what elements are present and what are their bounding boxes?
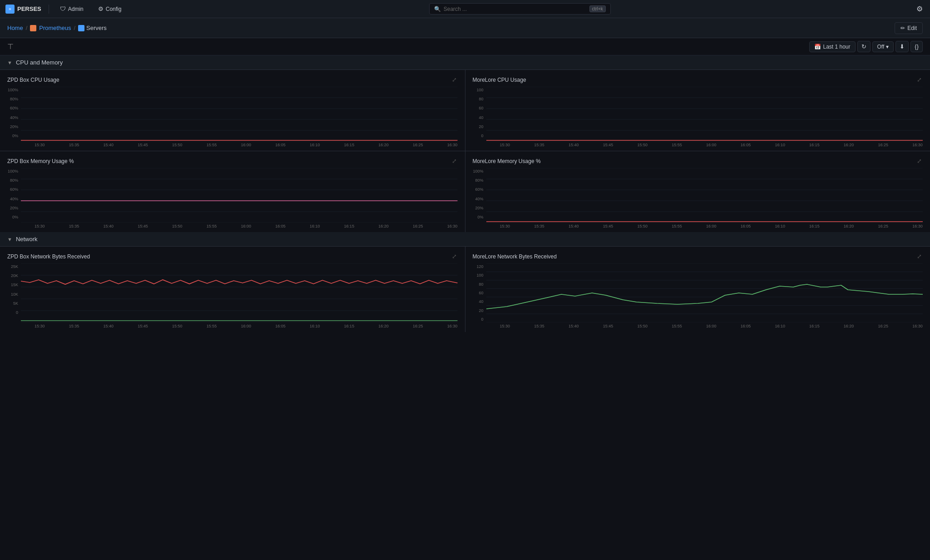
chevron-down-icon: ▼ <box>7 60 12 65</box>
admin-nav-item[interactable]: 🛡 Admin <box>56 4 87 14</box>
edit-button[interactable]: ✏ Edit <box>895 22 923 34</box>
zpd-cpu-expand-button[interactable]: ⤢ <box>451 75 458 84</box>
morelore-network-x-axis: 15:30 15:35 15:40 15:45 15:50 15:55 16:0… <box>486 322 923 328</box>
prometheus-breadcrumb[interactable]: Prometheus <box>39 25 71 31</box>
zpd-cpu-svg <box>21 87 458 141</box>
time-range-picker[interactable]: 📅 Last 1 hour <box>809 41 855 52</box>
morelore-cpu-title: MoreLore CPU Usage ⤢ <box>473 75 923 84</box>
edit-pencil-icon: ✏ <box>900 25 905 31</box>
config-nav-item[interactable]: ⚙ Config <box>94 4 125 14</box>
topnav-right: ⚙ <box>915 3 925 15</box>
json-button[interactable]: {} <box>910 41 923 52</box>
morelore-cpu-chart: 15:30 15:35 15:40 15:45 15:50 15:55 16:0… <box>486 87 923 147</box>
network-panels: ZPD Box Network Bytes Received ⤢ 25K 20K… <box>0 247 930 332</box>
search-shortcut: ctrl+k <box>589 5 606 12</box>
zpd-network-chart-container: 25K 20K 15K 10K 5K 0 <box>7 263 458 328</box>
chevron-down-icon: ▼ <box>7 237 12 242</box>
zpd-network-x-axis: 15:30 15:35 15:40 15:45 15:50 15:55 16:0… <box>21 322 458 328</box>
pin-icon[interactable]: ⊤ <box>7 42 14 51</box>
zpd-network-chart: 15:30 15:35 15:40 15:45 15:50 15:55 16:0… <box>21 263 458 328</box>
toolbar-left: ⊤ <box>7 42 14 51</box>
off-label: Off <box>877 44 885 50</box>
breadcrumb: Home / Prometheus / Servers <box>7 25 107 31</box>
main-content: ▼ CPU and Memory ZPD Box CPU Usage ⤢ 100… <box>0 55 930 332</box>
prometheus-icon <box>30 25 36 31</box>
morelore-memory-chart-area <box>486 168 923 223</box>
morelore-memory-expand-button[interactable]: ⤢ <box>916 157 923 165</box>
zpd-memory-expand-button[interactable]: ⤢ <box>451 157 458 165</box>
zpd-cpu-panel: ZPD Box CPU Usage ⤢ 100% 80% 60% 40% 20%… <box>0 70 465 151</box>
morelore-memory-chart: 15:30 15:35 15:40 15:45 15:50 15:55 16:0… <box>486 168 923 228</box>
cpu-memory-section-header[interactable]: ▼ CPU and Memory <box>0 55 930 70</box>
toolbar: ⊤ 📅 Last 1 hour ↻ Off ▾ ⬇ {} <box>0 38 930 55</box>
time-range-label: Last 1 hour <box>823 44 850 50</box>
zpd-memory-chart-area <box>21 168 458 223</box>
config-label: Config <box>106 6 122 12</box>
config-icon: ⚙ <box>98 5 104 12</box>
zpd-cpu-chart-container: 100% 80% 60% 40% 20% 0% <box>7 87 458 147</box>
zpd-network-title: ZPD Box Network Bytes Received ⤢ <box>7 252 458 261</box>
current-page-breadcrumb: Servers <box>78 25 107 31</box>
refresh-button[interactable]: ↻ <box>857 41 871 52</box>
admin-label: Admin <box>68 6 84 12</box>
settings-button[interactable]: ⚙ <box>915 3 925 15</box>
cpu-memory-section: ▼ CPU and Memory ZPD Box CPU Usage ⤢ 100… <box>0 55 930 232</box>
morelore-memory-panel: MoreLore Memory Usage % ⤢ 100% 80% 60% 4… <box>465 151 930 232</box>
zpd-memory-x-axis: 15:30 15:35 15:40 15:45 15:50 15:55 16:0… <box>21 223 458 228</box>
morelore-memory-x-axis: 15:30 15:35 15:40 15:45 15:50 15:55 16:0… <box>486 223 923 228</box>
search-icon: 🔍 <box>434 6 441 12</box>
breadcrumb-sep-1: / <box>26 25 28 31</box>
morelore-network-chart-area <box>486 263 923 322</box>
morelore-cpu-x-axis: 15:30 15:35 15:40 15:45 15:50 15:55 16:0… <box>486 141 923 147</box>
search-input[interactable] <box>444 6 587 12</box>
brand-icon: ≡ <box>5 5 15 14</box>
network-section-header[interactable]: ▼ Network <box>0 232 930 247</box>
zpd-memory-chart-container: 100% 80% 60% 40% 20% 0% <box>7 168 458 228</box>
cpu-memory-section-label: CPU and Memory <box>16 59 63 66</box>
zpd-cpu-chart-area <box>21 87 458 141</box>
breadcrumb-actions: ✏ Edit <box>895 22 923 34</box>
network-section-label: Network <box>16 236 38 243</box>
zpd-memory-y-axis: 100% 80% 60% 40% 20% 0% <box>7 168 21 220</box>
brand-name: PERSES <box>17 5 41 12</box>
morelore-memory-chart-container: 100% 80% 60% 40% 20% 0% <box>473 168 923 228</box>
servers-icon <box>78 25 84 31</box>
zpd-network-y-axis: 25K 20K 15K 10K 5K 0 <box>7 263 21 316</box>
morelore-cpu-chart-container: 100 80 60 40 20 0 <box>473 87 923 147</box>
morelore-network-title: MoreLore Network Bytes Received ⤢ <box>473 252 923 261</box>
breadcrumb-sep-2: / <box>74 25 75 31</box>
morelore-cpu-panel: MoreLore CPU Usage ⤢ 100 80 60 40 20 0 <box>465 70 930 151</box>
zpd-network-expand-button[interactable]: ⤢ <box>451 252 458 261</box>
network-section: ▼ Network ZPD Box Network Bytes Received… <box>0 232 930 332</box>
morelore-network-panel: MoreLore Network Bytes Received ⤢ 120 10… <box>465 247 930 332</box>
morelore-memory-y-axis: 100% 80% 60% 40% 20% 0% <box>473 168 486 220</box>
search-bar[interactable]: 🔍 ctrl+k <box>429 3 611 15</box>
morelore-cpu-chart-area <box>486 87 923 141</box>
breadcrumb-bar: Home / Prometheus / Servers ✏ Edit <box>0 18 930 38</box>
morelore-cpu-y-axis: 100 80 60 40 20 0 <box>473 87 486 139</box>
zpd-cpu-y-axis: 100% 80% 60% 40% 20% 0% <box>7 87 21 139</box>
download-button[interactable]: ⬇ <box>895 41 909 52</box>
zpd-cpu-x-axis: 15:30 15:35 15:40 15:45 15:50 15:55 16:0… <box>21 141 458 147</box>
cpu-memory-panels: ZPD Box CPU Usage ⤢ 100% 80% 60% 40% 20%… <box>0 70 930 232</box>
brand-logo[interactable]: ≡ PERSES <box>5 5 41 14</box>
shield-icon: 🛡 <box>60 5 66 12</box>
chevron-down-icon: ▾ <box>886 44 889 50</box>
top-navigation: ≡ PERSES 🛡 Admin ⚙ Config 🔍 ctrl+k ⚙ <box>0 0 930 18</box>
calendar-icon: 📅 <box>814 44 821 50</box>
zpd-cpu-chart: 15:30 15:35 15:40 15:45 15:50 15:55 16:0… <box>21 87 458 147</box>
refresh-interval-dropdown[interactable]: Off ▾ <box>872 41 894 52</box>
nav-divider-1 <box>49 5 49 14</box>
zpd-memory-chart: 15:30 15:35 15:40 15:45 15:50 15:55 16:0… <box>21 168 458 228</box>
zpd-network-chart-area <box>21 263 458 322</box>
zpd-cpu-title: ZPD Box CPU Usage ⤢ <box>7 75 458 84</box>
morelore-network-chart: 15:30 15:35 15:40 15:45 15:50 15:55 16:0… <box>486 263 923 328</box>
morelore-network-expand-button[interactable]: ⤢ <box>916 252 923 261</box>
morelore-memory-title: MoreLore Memory Usage % ⤢ <box>473 157 923 165</box>
toolbar-right: 📅 Last 1 hour ↻ Off ▾ ⬇ {} <box>809 41 923 52</box>
morelore-cpu-expand-button[interactable]: ⤢ <box>916 75 923 84</box>
morelore-network-chart-container: 120 100 80 60 40 20 0 <box>473 263 923 328</box>
morelore-network-y-axis: 120 100 80 60 40 20 0 <box>473 263 486 322</box>
home-breadcrumb[interactable]: Home <box>7 25 23 31</box>
zpd-memory-panel: ZPD Box Memory Usage % ⤢ 100% 80% 60% 40… <box>0 151 465 232</box>
